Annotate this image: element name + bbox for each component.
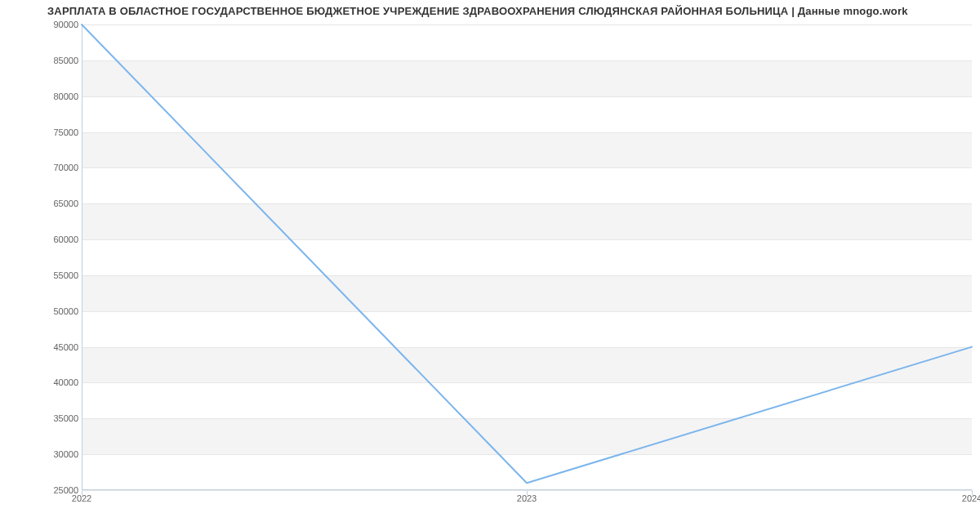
y-tick-label: 60000 [5,234,78,244]
grid-line [82,490,972,491]
x-tick-label: 2023 [517,493,537,503]
y-tick-label: 65000 [5,199,78,208]
y-tick-label: 50000 [5,306,78,316]
y-tick-label: 75000 [5,127,78,137]
line-series [82,25,972,490]
chart-container: ЗАРПЛАТА В ОБЛАСТНОЕ ГОСУДАРСТВЕННОЕ БЮД… [0,0,980,531]
y-tick-label: 25000 [5,485,78,495]
y-tick-label: 80000 [5,91,78,101]
y-tick-label: 35000 [5,413,78,423]
plot-area[interactable] [82,25,972,490]
x-tick-label: 2024 [962,493,980,503]
x-tick-label: 2022 [72,493,91,503]
y-tick-label: 70000 [5,163,78,172]
y-tick-label: 90000 [5,20,78,29]
y-tick-label: 30000 [5,449,78,459]
y-tick-label: 85000 [5,56,78,65]
y-tick-label: 45000 [5,342,78,352]
chart-title: ЗАРПЛАТА В ОБЛАСТНОЕ ГОСУДАРСТВЕННОЕ БЮД… [47,5,908,17]
y-tick-label: 55000 [5,270,78,280]
y-tick-label: 40000 [5,377,78,387]
